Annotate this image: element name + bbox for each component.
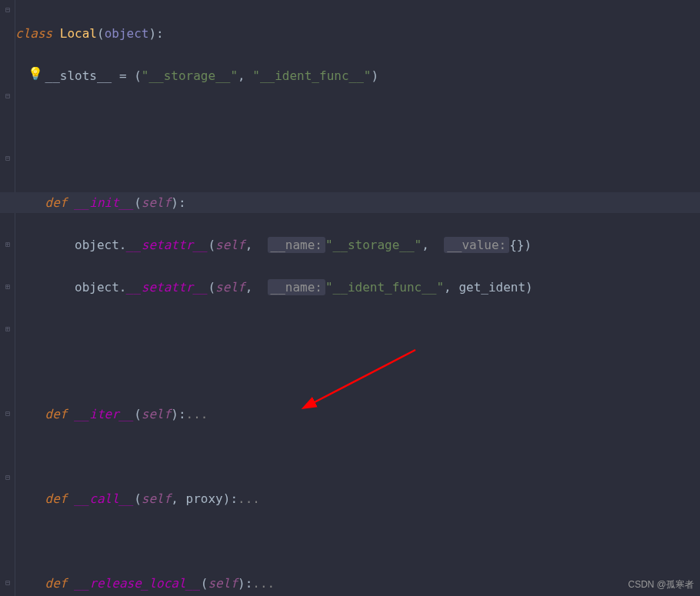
code-line[interactable]: def __call__(self, proxy):...: [15, 488, 700, 510]
fold-icon[interactable]: ⊟: [3, 91, 12, 100]
code-line[interactable]: [15, 150, 700, 171]
code-line[interactable]: __slots__ = ("__storage__", "__ident_fun…: [15, 65, 700, 87]
code-line-highlighted[interactable]: def __init__(self):: [0, 192, 700, 214]
code-line[interactable]: [15, 108, 700, 129]
code-line[interactable]: class Local(object):: [15, 23, 700, 45]
code-line[interactable]: [15, 319, 700, 341]
fold-icon[interactable]: ⊟: [3, 5, 12, 14]
code-editor[interactable]: class Local(object): __slots__ = ("__sto…: [15, 2, 700, 596]
inlay-hint: __name:: [268, 237, 325, 253]
fold-icon[interactable]: ⊞: [3, 281, 12, 291]
code-line[interactable]: [15, 531, 700, 552]
folded-code[interactable]: ...: [186, 407, 208, 421]
watermark: CSDN @孤寒者: [628, 578, 694, 591]
fold-icon[interactable]: ⊞: [3, 239, 12, 248]
fold-icon[interactable]: ⊞: [3, 324, 12, 333]
fold-icon[interactable]: ⊟: [3, 472, 12, 481]
code-line[interactable]: object.__setattr__(self, __name:"__stora…: [15, 235, 700, 256]
editor-gutter: ⊟ ⊟ ⊟ ⊞ ⊞ ⊞ ⊞ ⊟ ⊟ ⊟: [0, 0, 15, 596]
method-release-local: __release_local__: [75, 576, 201, 591]
fold-icon[interactable]: ⊟: [3, 408, 12, 418]
class-name: Local: [60, 26, 97, 41]
code-line[interactable]: [15, 361, 700, 383]
method-init: __init__: [75, 195, 134, 210]
folded-code[interactable]: ...: [252, 576, 275, 591]
keyword-class: class: [15, 26, 52, 41]
method-iter: __iter__: [75, 407, 134, 421]
folded-code[interactable]: ...: [238, 491, 260, 506]
inlay-hint: __name:: [268, 279, 325, 295]
fold-icon[interactable]: ⊟: [3, 153, 12, 162]
slots-attr: __slots__: [45, 68, 112, 83]
code-line[interactable]: def __iter__(self):...: [15, 404, 700, 425]
code-line[interactable]: object.__setattr__(self, __name:"__ident…: [15, 277, 700, 298]
method-call: __call__: [75, 491, 134, 506]
inlay-hint: __value:: [444, 237, 509, 253]
fold-icon[interactable]: ⊟: [3, 578, 12, 587]
builtin-object: object: [105, 26, 149, 41]
lightbulb-icon[interactable]: 💡: [28, 66, 43, 81]
code-line[interactable]: [15, 446, 700, 468]
code-line[interactable]: def __release_local__(self):...: [15, 573, 700, 594]
